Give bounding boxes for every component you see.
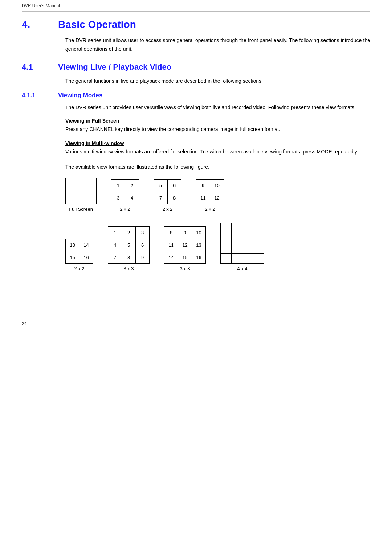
cell-r2c4 [253, 233, 264, 243]
fullscreen-label: Full Screen [69, 206, 93, 212]
cell-r3c3: 16 [192, 251, 206, 264]
subsection-fullscreen-title: Viewing in Full Screen [65, 118, 370, 124]
cell-r1c2 [232, 223, 242, 233]
cell-r4c1 [221, 254, 232, 264]
figure-3x3-8to16: 8 9 10 11 12 13 14 15 16 [164, 226, 206, 271]
cell-r4c4 [253, 254, 264, 264]
grid-2x2-9to12: 9 10 11 12 [196, 179, 224, 204]
cell-r1c3 [242, 223, 253, 233]
cell-r3c2 [232, 243, 242, 254]
cell-14: 14 [79, 239, 93, 251]
section-4-intro: The DVR series unit allows user to acces… [65, 36, 370, 54]
grid-3x3-8to16: 8 9 10 11 12 13 14 15 16 [164, 226, 206, 264]
page-number: 24 [22, 321, 26, 326]
subsection-fullscreen-body: Press any CHANNEL key directly to view t… [65, 125, 370, 134]
figures-row-1: Full Screen 1 2 3 4 2 x 2 [65, 178, 370, 212]
figure-2x2-5678: 5 6 7 8 2 x 2 [154, 179, 181, 212]
section-41-heading: 4.1 Viewing Live / Playback Video [22, 62, 370, 72]
cell-16: 16 [79, 251, 93, 264]
cell-r1c1: 1 [108, 227, 122, 239]
cell-r1c2: 2 [122, 227, 136, 239]
top-bar: DVR User's Manual [0, 0, 392, 11]
breadcrumb: DVR User's Manual [22, 3, 60, 8]
cell-r3c1: 14 [164, 251, 178, 264]
cell-r2c3 [242, 233, 253, 243]
grid-4x4 [220, 223, 264, 264]
section-41-intro: The general functions in live and playba… [65, 77, 370, 86]
cell-r1c4 [253, 223, 264, 233]
section-411-heading: 4.1.1 Viewing Modes [22, 92, 370, 99]
cell-r2c2: 5 [122, 239, 136, 251]
table-row: 3 4 [111, 192, 139, 204]
section-41-title: Viewing Live / Playback Video [58, 62, 171, 72]
grid-2x2-9to12-label: 2 x 2 [205, 206, 215, 212]
section-4-title: Basic Operation [58, 19, 136, 30]
cell-12: 12 [210, 192, 224, 204]
figure-2x2-1234: 1 2 3 4 2 x 2 [111, 179, 139, 212]
cell-r2c3: 6 [136, 239, 150, 251]
cell-r1c3: 3 [136, 227, 150, 239]
cell-15: 15 [66, 251, 79, 264]
grid-4x4-label: 4 x 4 [237, 266, 247, 271]
cell-r3c4 [253, 243, 264, 254]
figure-fullscreen: Full Screen [65, 178, 97, 212]
grid-3x3-8to16-label: 3 x 3 [180, 266, 190, 271]
cell-7: 7 [154, 192, 168, 204]
subsection-multiwindow-title: Viewing in Multi-window [65, 140, 370, 146]
cell-3: 3 [111, 192, 125, 204]
table-row: 13 14 [66, 239, 93, 251]
grid-2x2-5678: 5 6 7 8 [154, 179, 181, 204]
subsection-multiwindow: Viewing in Multi-window [65, 140, 370, 146]
table-row [221, 223, 264, 233]
cell-11: 11 [196, 192, 210, 204]
subsection-multiwindow-body: Various multi-window view formats are of… [65, 148, 370, 156]
grid-2x2-13to16-label: 2 x 2 [74, 266, 84, 271]
section-41-number: 4.1 [22, 62, 58, 72]
cell-r3c1 [221, 243, 232, 254]
grid-2x2-1234-label: 2 x 2 [120, 206, 130, 212]
cell-r2c1 [221, 233, 232, 243]
figures-row-2: 13 14 15 16 2 x 2 1 [65, 223, 370, 271]
grid-3x3-1to9-label: 3 x 3 [123, 266, 134, 271]
section-4-heading: 4. Basic Operation [22, 19, 370, 30]
cell-r3c2: 15 [178, 251, 192, 264]
cell-2: 2 [125, 180, 139, 192]
cell-r2c3: 13 [192, 239, 206, 251]
cell-6: 6 [168, 180, 181, 192]
cell-r1c3: 10 [192, 227, 206, 239]
cell-8: 8 [168, 192, 181, 204]
cell-r1c1 [221, 223, 232, 233]
cell-r1c2: 9 [178, 227, 192, 239]
table-row: 1 2 [111, 180, 139, 192]
table-row: 11 12 [196, 192, 224, 204]
cell-r3c3 [242, 243, 253, 254]
cell-r3c3: 9 [136, 251, 150, 264]
section-411-intro: The DVR series unit provides user versat… [65, 103, 370, 112]
cell-5: 5 [154, 180, 168, 192]
cell-r2c1: 11 [164, 239, 178, 251]
cell-r2c1: 4 [108, 239, 122, 251]
figure-2x2-9to12: 9 10 11 12 2 x 2 [196, 179, 224, 212]
footer: 24 [0, 319, 392, 326]
cell-r4c2 [232, 254, 242, 264]
grid-3x3-1to9: 1 2 3 4 5 6 7 8 9 [108, 226, 150, 264]
cell-13: 13 [66, 239, 79, 251]
table-row: 11 12 13 [164, 239, 206, 251]
figure-4x4: 4 x 4 [220, 223, 264, 271]
cell-1: 1 [111, 180, 125, 192]
grid-2x2-1234: 1 2 3 4 [111, 179, 139, 204]
table-row: 4 5 6 [108, 239, 150, 251]
table-row: 8 9 10 [164, 227, 206, 239]
cell-r3c2: 8 [122, 251, 136, 264]
table-row: 14 15 16 [164, 251, 206, 264]
section-4-number: 4. [22, 19, 58, 30]
page-wrapper: DVR User's Manual 4. Basic Operation The… [0, 0, 392, 554]
table-row [221, 233, 264, 243]
subsection-fullscreen: Viewing in Full Screen [65, 118, 370, 124]
section-411-number: 4.1.1 [22, 92, 58, 99]
table-row: 15 16 [66, 251, 93, 264]
table-row: 7 8 9 [108, 251, 150, 264]
grid-2x2-13to16: 13 14 15 16 [65, 239, 93, 264]
table-row [221, 243, 264, 254]
cell-r2c2: 12 [178, 239, 192, 251]
